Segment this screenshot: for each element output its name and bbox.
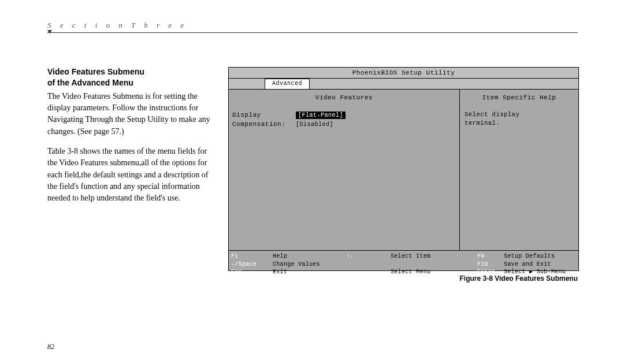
bios-tab-bar: Advanced: [229, 79, 578, 90]
bios-title-bar: PhoenixBIOS Setup Utility: [229, 68, 578, 79]
field-label: Display: [232, 112, 296, 118]
fkey-minus-space: -/Space: [231, 261, 257, 268]
fkey-esc: Esc: [231, 269, 242, 275]
section-header: S e c t i o n T h r e e: [47, 21, 187, 30]
fkey-select-menu-label: Select Menu: [391, 269, 477, 275]
fkey-setup-defaults-label: Setup Defaults: [504, 253, 576, 259]
field-value-selected[interactable]: [Flat-Panel]: [296, 112, 346, 119]
figure: PhoenixBIOS Setup Utility Advanced Video…: [228, 67, 578, 283]
tab-advanced[interactable]: Advanced: [265, 79, 310, 89]
main-panel-header: Video Features: [232, 94, 456, 101]
fkey-f9: F9: [477, 253, 485, 259]
page: S e c t i o n T h r e e Video Features S…: [0, 0, 624, 364]
heading-line-2: of the Advanced Menu: [47, 78, 133, 87]
fkey-select-item-label: Select Item: [391, 253, 477, 259]
paragraph-2: Table 3-8 shows the names of the menu fi…: [47, 146, 216, 204]
figure-caption: Figure 3-8 Video Features Submenu: [228, 274, 578, 283]
fkey-leftright-icon: ←→: [347, 269, 354, 275]
bios-footer: F1 Help ↑↓ Select Item -/Space Change Va…: [229, 251, 578, 270]
fkey-enter: Enter: [477, 269, 496, 275]
tab-spacer: [229, 79, 265, 89]
fkey-exit-label: Exit: [273, 269, 347, 275]
bios-main-panel: Video Features Display [Flat-Panel] Comp…: [229, 90, 460, 250]
bios-help-panel: Item Specific Help Select display termin…: [460, 90, 578, 250]
page-number: 82: [47, 343, 54, 351]
paragraph-1: The Video Features Submenu is for settin…: [47, 91, 216, 138]
bios-screenshot: PhoenixBIOS Setup Utility Advanced Video…: [228, 67, 579, 271]
fkey-change-values-label: Change Values: [273, 261, 347, 268]
fkey-help-label: Help: [273, 253, 347, 259]
fkey-f1: F1: [231, 253, 239, 259]
header-marker-icon: [47, 30, 52, 34]
field-row-compensation[interactable]: Compensation: [Disabled]: [232, 120, 456, 129]
help-line-1: Select display: [465, 111, 519, 118]
bios-body: Video Features Display [Flat-Panel] Comp…: [229, 90, 578, 251]
help-line-2: terminal.: [465, 120, 500, 127]
field-value[interactable]: [Disabled]: [296, 121, 333, 128]
field-label: Compensation:: [232, 121, 296, 128]
header-rule: [47, 32, 578, 33]
fkey-updown-icon: ↑↓: [347, 253, 354, 259]
fkey-f10: F10: [477, 261, 488, 268]
help-text: Select display terminal.: [465, 110, 574, 127]
heading: Video Features Submenu of the Advanced M…: [47, 66, 216, 88]
fkey-save-exit-label: Save and Exit: [504, 261, 576, 268]
heading-line-1: Video Features Submenu: [47, 67, 144, 76]
field-row-display[interactable]: Display [Flat-Panel]: [232, 110, 456, 120]
left-column: Video Features Submenu of the Advanced M…: [47, 66, 216, 204]
help-panel-header: Item Specific Help: [465, 94, 574, 101]
